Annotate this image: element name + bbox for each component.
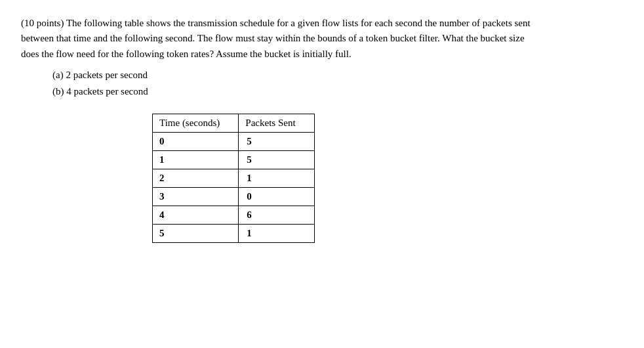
packets-cell: 1 xyxy=(239,224,314,242)
sub-item-b: (b) 4 packets per second xyxy=(52,83,623,100)
table-header-row: Time (seconds) Packets Sent xyxy=(153,114,315,132)
sub-items-container: (a) 2 packets per second (b) 4 packets p… xyxy=(52,67,623,100)
col-packets-header: Packets Sent xyxy=(239,114,314,132)
time-cell: 5 xyxy=(153,224,239,242)
packets-cell: 0 xyxy=(239,187,314,206)
col-time-header: Time (seconds) xyxy=(153,114,239,132)
table-row: 51 xyxy=(153,224,315,242)
sub-item-a: (a) 2 packets per second xyxy=(52,67,623,84)
time-cell: 1 xyxy=(153,150,239,169)
table-row: 21 xyxy=(153,169,315,187)
time-cell: 3 xyxy=(153,187,239,206)
packets-cell: 5 xyxy=(239,150,314,169)
question-container: (10 points) The following table shows th… xyxy=(21,16,623,243)
table-row: 05 xyxy=(153,132,315,150)
packets-cell: 5 xyxy=(239,132,314,150)
table-row: 15 xyxy=(153,150,315,169)
transmission-schedule-table: Time (seconds) Packets Sent 051521304651 xyxy=(152,114,315,243)
table-row: 30 xyxy=(153,187,315,206)
packets-cell: 1 xyxy=(239,169,314,187)
schedule-table-container: Time (seconds) Packets Sent 051521304651 xyxy=(152,114,623,243)
time-cell: 2 xyxy=(153,169,239,187)
question-intro: (10 points) The following table shows th… xyxy=(21,16,533,62)
table-row: 46 xyxy=(153,206,315,224)
time-cell: 4 xyxy=(153,206,239,224)
packets-cell: 6 xyxy=(239,206,314,224)
time-cell: 0 xyxy=(153,132,239,150)
